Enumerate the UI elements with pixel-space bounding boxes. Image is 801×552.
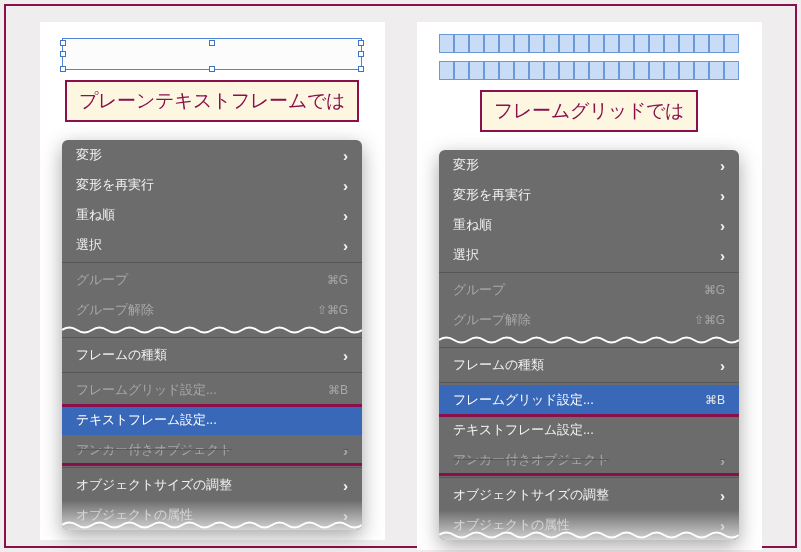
grid-cell [679, 34, 694, 53]
grid-cell [649, 61, 664, 80]
grid-cell [544, 61, 559, 80]
selection-handle [60, 66, 66, 72]
grid-cell [529, 61, 544, 80]
menu-shortcut: ⌘G [327, 273, 348, 287]
grid-row [439, 34, 739, 53]
menu-separator [439, 347, 739, 348]
menu-frame-grid-settings[interactable]: フレームグリッド設定... ⌘B [439, 385, 739, 415]
menu-ungroup: グループ解除 ⇧⌘G [62, 295, 362, 325]
menu-label: フレームグリッド設定... [453, 391, 594, 409]
menu-group: グループ ⌘G [439, 275, 739, 305]
menu-transform[interactable]: 変形 [439, 150, 739, 180]
menu-shortcut: ⌘B [328, 383, 348, 397]
selection-handle [60, 51, 66, 57]
highlight-callout-box [62, 404, 362, 466]
context-menu-right: 変形 変形を再実行 重ね順 選択 グループ ⌘G [439, 150, 739, 540]
highlight-callout-box [439, 414, 739, 476]
menu-frame-type[interactable]: フレームの種類 [62, 340, 362, 370]
grid-cell [574, 61, 589, 80]
context-menu-left: 変形 変形を再実行 重ね順 選択 グループ ⌘G [62, 140, 362, 530]
grid-cell [439, 34, 454, 53]
grid-row [439, 61, 739, 80]
grid-cell [619, 61, 634, 80]
grid-cell [499, 34, 514, 53]
left-screenshot-bg: プレーンテキストフレームでは 変形 変形を再実行 重ね順 選択 [40, 22, 385, 540]
menu-label: 変形 [76, 146, 102, 164]
grid-cell [439, 61, 454, 80]
right-title: フレームグリッドでは [480, 90, 698, 132]
menu-group: グループ ⌘G [62, 265, 362, 295]
wavy-cut-icon [439, 335, 739, 345]
menu-label: グループ [453, 281, 505, 299]
menu-label: 重ね順 [453, 216, 492, 234]
grid-cell [559, 34, 574, 53]
grid-cell [454, 34, 469, 53]
menu-shortcut: ⇧⌘G [317, 303, 348, 317]
menu-object-size-adjust[interactable]: オブジェクトサイズの調整 [62, 470, 362, 500]
right-screenshot-bg: フレームグリッドでは 変形 変形を再実行 重ね順 選択 [417, 22, 762, 550]
grid-cell [589, 61, 604, 80]
menu-shortcut: ⇧⌘G [694, 313, 725, 327]
menu-label: フレームの種類 [453, 356, 544, 374]
grid-cell [514, 34, 529, 53]
chevron-right-icon [720, 357, 725, 374]
menu-separator [62, 372, 362, 373]
menu-label: 変形を再実行 [453, 186, 531, 204]
chevron-right-icon [343, 237, 348, 254]
selection-handle [60, 40, 66, 46]
menu-separator [62, 337, 362, 338]
selection-handle [358, 66, 364, 72]
menu-label: 重ね順 [76, 206, 115, 224]
grid-gap [439, 53, 739, 61]
menu-label: オブジェクトサイズの調整 [76, 476, 232, 494]
grid-cell [469, 34, 484, 53]
menu-separator [439, 477, 739, 478]
menu-arrange[interactable]: 重ね順 [439, 210, 739, 240]
menu-separator [62, 467, 362, 468]
chevron-right-icon [720, 247, 725, 264]
chevron-right-icon [343, 177, 348, 194]
menu-repeat-transform[interactable]: 変形を再実行 [62, 170, 362, 200]
menu-arrange[interactable]: 重ね順 [62, 200, 362, 230]
wavy-cut-icon [62, 520, 362, 530]
grid-cell [589, 34, 604, 53]
chevron-right-icon [343, 477, 348, 494]
menu-frame-type[interactable]: フレームの種類 [439, 350, 739, 380]
grid-cell [679, 61, 694, 80]
menu-label: フレームの種類 [76, 346, 167, 364]
left-panel: プレーンテキストフレームでは 変形 変形を再実行 重ね順 選択 [40, 22, 385, 552]
chevron-right-icon [343, 147, 348, 164]
grid-cell [559, 61, 574, 80]
menu-object-size-adjust[interactable]: オブジェクトサイズの調整 [439, 480, 739, 510]
wavy-cut-icon [439, 530, 739, 540]
menu-ungroup: グループ解除 ⇧⌘G [439, 305, 739, 335]
grid-cell [664, 34, 679, 53]
menu-repeat-transform[interactable]: 変形を再実行 [439, 180, 739, 210]
menu-label: グループ解除 [453, 311, 531, 329]
grid-cell [514, 61, 529, 80]
right-panel: フレームグリッドでは 変形 変形を再実行 重ね順 選択 [417, 22, 762, 552]
menu-select[interactable]: 選択 [439, 240, 739, 270]
grid-cell [484, 34, 499, 53]
plain-text-frame-visual [62, 38, 362, 70]
grid-cell [604, 61, 619, 80]
menu-label: 選択 [76, 236, 102, 254]
grid-cell [469, 61, 484, 80]
grid-cell [634, 61, 649, 80]
menu-separator [439, 382, 739, 383]
menu-transform[interactable]: 変形 [62, 140, 362, 170]
selection-handle [209, 40, 215, 46]
chevron-right-icon [720, 487, 725, 504]
chevron-right-icon [720, 157, 725, 174]
menu-label: グループ解除 [76, 301, 154, 319]
grid-cell [499, 61, 514, 80]
left-title: プレーンテキストフレームでは [65, 80, 359, 122]
menu-select[interactable]: 選択 [62, 230, 362, 260]
menu-shortcut: ⌘B [705, 393, 725, 407]
grid-cell [634, 34, 649, 53]
grid-cell [694, 61, 709, 80]
grid-cell [484, 61, 499, 80]
grid-cell [574, 34, 589, 53]
menu-label: グループ [76, 271, 128, 289]
menu-separator [439, 272, 739, 273]
